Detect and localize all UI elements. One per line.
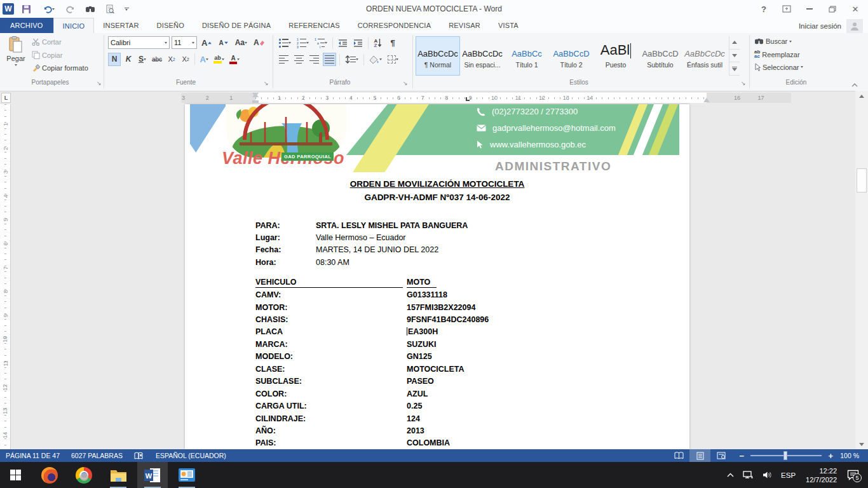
ribbon-tab[interactable]: REFERENCIAS xyxy=(280,18,348,33)
subscript-button[interactable]: X2 xyxy=(165,53,178,66)
help-button[interactable]: ? xyxy=(752,0,775,18)
borders-button[interactable] xyxy=(386,53,400,66)
firefox-icon[interactable] xyxy=(34,462,65,488)
style-card[interactable]: AaBbCcD Subtítulo xyxy=(638,36,682,76)
sign-in[interactable]: Iniciar sesión xyxy=(799,19,863,33)
superscript-button[interactable]: X2 xyxy=(179,53,192,66)
font-color-button[interactable]: A xyxy=(227,53,241,66)
justify-button[interactable] xyxy=(323,53,336,66)
vertical-ruler[interactable]: 1234567891011121314 xyxy=(0,104,11,449)
zoom-out-button[interactable]: − xyxy=(738,451,745,461)
sort-button[interactable]: AZ xyxy=(372,36,384,50)
restore-button[interactable] xyxy=(821,0,844,18)
scrollbar-thumb[interactable] xyxy=(857,168,867,193)
avatar[interactable] xyxy=(846,19,863,33)
tab-selector[interactable]: L xyxy=(1,93,11,103)
network-icon[interactable] xyxy=(738,462,758,488)
scroll-down-button[interactable] xyxy=(855,439,868,449)
highlight-button[interactable]: ab xyxy=(212,53,226,66)
ribbon-tab[interactable]: DISEÑO DE PÁGINA xyxy=(193,18,280,33)
clipboard-dialog-launcher[interactable]: ↘ xyxy=(97,81,102,86)
ribbon-tab[interactable]: VISTA xyxy=(489,18,527,33)
shrink-font-button[interactable]: A xyxy=(217,36,230,50)
styles-scroll-up[interactable] xyxy=(729,36,740,50)
align-right-button[interactable] xyxy=(308,53,321,66)
read-mode-button[interactable] xyxy=(668,449,689,462)
styles-more-button[interactable] xyxy=(729,62,740,76)
grow-font-button[interactable]: A xyxy=(200,36,214,50)
proofing-status[interactable] xyxy=(128,449,150,462)
bullets-button[interactable] xyxy=(277,36,293,50)
paste-dropdown-arrow[interactable] xyxy=(15,64,17,66)
cut-button[interactable]: Cortar xyxy=(32,38,62,46)
ribbon-display-options-button[interactable] xyxy=(775,0,798,18)
style-card[interactable]: AaBbCcDc Énfasis sutil xyxy=(682,36,727,76)
page-indicator[interactable]: PÁGINA 11 DE 47 xyxy=(0,449,65,462)
multilevel-list-button[interactable]: 1ai xyxy=(313,36,329,50)
italic-button[interactable]: K xyxy=(122,53,135,66)
style-card[interactable]: AaBbCcDc ¶ Normal xyxy=(416,36,460,76)
font-size-combo[interactable]: 11 xyxy=(172,36,197,49)
language-tray[interactable]: ESP xyxy=(776,462,800,488)
format-painter-button[interactable]: Copiar formato xyxy=(32,64,88,72)
horizontal-ruler[interactable]: 321 1234567891011121314 1617 xyxy=(181,93,791,103)
font-dialog-launcher[interactable]: ↘ xyxy=(264,81,269,86)
zoom-slider-thumb[interactable] xyxy=(783,451,787,460)
scroll-up-button[interactable] xyxy=(855,91,868,101)
select-button[interactable]: Seleccionar xyxy=(754,63,803,71)
document-page[interactable]: (02)2773220 / 2773300 gadprvallehermoso@… xyxy=(185,104,689,449)
word-taskbar-icon[interactable]: W xyxy=(137,462,168,488)
style-card[interactable]: AaBl Puesto xyxy=(593,36,638,76)
numbering-button[interactable]: 123 xyxy=(295,36,311,50)
underline-button[interactable]: S xyxy=(136,53,149,66)
copy-button[interactable]: Copiar xyxy=(32,51,62,59)
styles-scroll-down[interactable] xyxy=(729,50,740,63)
align-center-button[interactable] xyxy=(292,53,306,66)
styles-dialog-launcher[interactable]: ↘ xyxy=(741,81,746,86)
zoom-level[interactable]: 100 % xyxy=(834,449,868,462)
tray-expand-chevron[interactable] xyxy=(722,462,738,488)
collapse-ribbon-button[interactable] xyxy=(851,83,858,87)
paste-button[interactable]: Pegar xyxy=(4,36,28,81)
volume-icon[interactable] xyxy=(758,462,776,488)
bold-button[interactable]: N xyxy=(108,53,121,66)
strikethrough-button[interactable]: abc xyxy=(150,53,164,66)
text-effects-button[interactable]: A xyxy=(198,53,210,66)
paragraph-dialog-launcher[interactable]: ↘ xyxy=(403,81,408,86)
right-indent-marker[interactable] xyxy=(703,98,710,102)
print-layout-button[interactable] xyxy=(689,449,710,462)
style-card[interactable]: AaBbCcD Título 2 xyxy=(549,36,593,76)
ribbon-tab[interactable]: REVISAR xyxy=(440,18,489,33)
increase-indent-button[interactable] xyxy=(351,36,365,50)
zoom-in-button[interactable]: + xyxy=(827,451,834,461)
style-card[interactable]: AaBbCc Título 1 xyxy=(505,36,549,76)
shading-button[interactable] xyxy=(367,53,384,66)
clear-formatting-button[interactable]: A xyxy=(252,36,267,50)
clock[interactable]: 12:22 12/7/2022 xyxy=(800,466,843,484)
ribbon-tab[interactable]: INSERTAR xyxy=(94,18,147,33)
zoom-slider[interactable] xyxy=(750,455,822,456)
minimize-button[interactable] xyxy=(798,0,821,18)
start-button[interactable] xyxy=(0,462,31,488)
ribbon-tab[interactable]: INICIO xyxy=(53,18,95,33)
vertical-scrollbar[interactable] xyxy=(855,91,868,449)
file-explorer-icon[interactable] xyxy=(103,462,133,488)
tab-stop-marker[interactable] xyxy=(466,97,470,101)
decrease-indent-button[interactable] xyxy=(336,36,349,50)
find-button[interactable]: Buscar xyxy=(754,37,792,45)
font-family-combo[interactable]: Calibri xyxy=(108,36,170,49)
style-card[interactable]: AaBbCcDc Sin espaci... xyxy=(460,36,505,76)
align-left-button[interactable] xyxy=(277,53,290,66)
line-spacing-button[interactable] xyxy=(343,53,360,66)
replace-button[interactable]: abac Reemplazar xyxy=(754,50,800,58)
ribbon-tab[interactable]: DISEÑO xyxy=(148,18,193,33)
word-count[interactable]: 6027 PALABRAS xyxy=(65,449,128,462)
close-button[interactable]: ✕ xyxy=(844,0,867,18)
ribbon-tab[interactable]: ARCHIVO xyxy=(0,18,53,33)
system-app-icon[interactable] xyxy=(172,462,202,488)
ribbon-tab[interactable]: CORRESPONDENCIA xyxy=(349,18,440,33)
change-case-button[interactable]: Aa xyxy=(233,36,249,50)
left-indent-marker[interactable] xyxy=(252,97,259,103)
web-layout-button[interactable] xyxy=(710,449,731,462)
show-marks-button[interactable]: ¶ xyxy=(386,36,399,50)
